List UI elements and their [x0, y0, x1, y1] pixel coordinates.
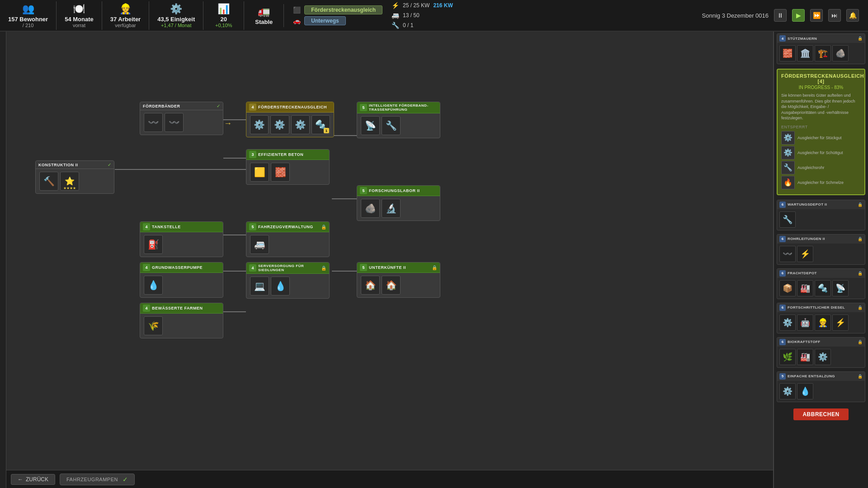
- rp-unlock-4: 🔥 Ausgleicher für Schmelze: [781, 176, 861, 189]
- rp-entsalzung[interactable]: 5 EINFACHE ENTSALZUNG 🔒 ⚙️ 💧: [777, 371, 865, 402]
- rp-item-sm-1: 🧱: [779, 45, 796, 61]
- node-title-serversorgung: SERVERSORGUNG FÜR SIEDLUNGEN: [258, 264, 319, 272]
- item-foerd-1: 〰️: [144, 113, 163, 132]
- rp-active-section-label: ENTSPERRT: [781, 125, 861, 129]
- rp-item-ent-1: ⚙️: [779, 383, 796, 399]
- residents-icon: 👥: [22, 3, 34, 15]
- worker2-row: 🔧 0 / 1: [392, 22, 453, 29]
- node-bewasserte[interactable]: 4 BEWÄSSERTE FARMEN 🌾: [140, 303, 223, 338]
- abort-button[interactable]: ABBRECHEN: [793, 408, 848, 420]
- rp-item-di-4: ⚡: [832, 314, 849, 331]
- back-button[interactable]: ← ZURÜCK: [11, 474, 55, 485]
- node-title-bewasserte: BEWÄSSERTE FARMEN: [152, 306, 220, 310]
- item-fs-2: ⚙️: [270, 115, 289, 134]
- rp-items-rohrleitungen: 〰️ ⚡: [777, 244, 865, 264]
- right-panel: 4 STÜTZMAUERN 🔒 🧱 🏛️ 🏗️ 🪨 FÖRDERSTRECKEN…: [773, 32, 868, 488]
- fast-forward-button[interactable]: ⏩: [810, 9, 823, 22]
- rp-items-wartungsdepot: 🔧: [777, 209, 865, 230]
- node-title-konstruktion2: KONSTRUKTION II: [38, 163, 106, 167]
- unity-value: 43,5 Einigkeit: [157, 16, 195, 23]
- pause-button[interactable]: ⏸: [774, 9, 787, 22]
- rp-item-fd-4: 📡: [832, 280, 849, 296]
- node-body-intelligente: 📡 🔧: [357, 113, 440, 138]
- item-konstruktion-2: ⭐ ★★★★: [60, 172, 79, 191]
- node-body-effizienter: 🟨 🧱: [246, 160, 329, 184]
- node-unterkuenfte[interactable]: 5 UNTERKÜNFTE II 🔒 🏠 🏠: [357, 262, 440, 298]
- sound-button[interactable]: 🔔: [846, 9, 859, 22]
- vehicle-icon2: 🚐: [392, 12, 399, 19]
- node-intelligente[interactable]: 5 INTELLIGENTE FÖRDERBAND-TRASSENFÜHRUNG…: [357, 102, 440, 138]
- node-foerderstrecken[interactable]: 4 FÖRDERSTRECKENAUSGLEICH ⚙️ ⚙️ ⚙️ 🔩 1: [246, 102, 334, 137]
- growth-sub: +0,10%: [215, 23, 232, 28]
- unity-stat: ⚙️ 43,5 Einigkeit +1,47 / Monat: [149, 1, 203, 30]
- tech-tree[interactable]: KONSTRUKTION II ✓ 🔨 ⭐ ★★★★ FÖRDERBÄNDER …: [6, 32, 773, 488]
- rp-header-stuetzmauern: 4 STÜTZMAUERN 🔒: [777, 34, 865, 43]
- level-forschungslabor: 5: [360, 187, 367, 194]
- months-sub: vorrat: [73, 23, 85, 28]
- node-body-unterkuenfte: 🏠 🏠: [357, 273, 440, 297]
- play-button[interactable]: ▶: [792, 9, 805, 22]
- item-uk-2: 🏠: [382, 276, 401, 295]
- rp-header-diesel: 6 FORTSCHRITTLICHER DIESEL 🔒: [777, 303, 865, 312]
- rp-item-wd-1: 🔧: [779, 211, 796, 228]
- node-body-foerderbaender: 〰️ 〰️: [140, 110, 223, 135]
- rp-item-bio-3: ⚙️: [815, 349, 831, 365]
- rp-level-stuetzmauern: 4: [779, 35, 786, 42]
- rp-frachtdepot[interactable]: 6 FRACHTDEPOT 🔒 📦 🏭 🔩 📡: [777, 268, 865, 299]
- node-header-grundwasser: 4 GRUNDWASSERPUMPE: [140, 263, 223, 273]
- level-tankstelle: 4: [143, 223, 150, 230]
- node-tankstelle[interactable]: 4 TANKSTELLE ⛽: [140, 221, 223, 257]
- rp-item-fd-2: 🏭: [797, 280, 813, 296]
- rp-unlock-label-1: Ausgleicher für Stückgut: [797, 136, 842, 140]
- item-eff-1: 🟨: [250, 163, 269, 182]
- node-grundwasser[interactable]: 4 GRUNDWASSERPUMPE 💧: [140, 262, 223, 298]
- node-fahrzeug[interactable]: 5 FAHRZEUGVERWALTUNG 🔒 🚐: [246, 221, 330, 257]
- growth-icon: 📊: [217, 3, 230, 15]
- item-for-1: 🪨: [361, 199, 380, 218]
- node-forschungslabor[interactable]: 5 FORSCHUNGSLABOR II 🪨 🔬: [357, 185, 440, 221]
- rp-stuetzmauern[interactable]: 4 STÜTZMAUERN 🔒 🧱 🏛️ 🏗️ 🪨: [777, 33, 865, 64]
- rp-lock-stuetzmauern: 🔒: [858, 36, 863, 41]
- node-effizienter[interactable]: 3 EFFIZIENTER BETON 🟨 🧱: [246, 149, 330, 185]
- node-body-grundwasser: 💧: [140, 273, 223, 297]
- rp-title-diesel: FORTSCHRITTLICHER DIESEL: [788, 305, 856, 310]
- node-title-foerderstrecken: FÖRDERSTRECKENAUSGLEICH: [258, 105, 331, 109]
- rp-item-sm-3: 🏗️: [815, 45, 831, 61]
- node-foerderbaender[interactable]: FÖRDERBÄNDER ✓ 〰️ 〰️: [140, 102, 223, 135]
- rp-header-wartungsdepot: 6 WARTUNGSDEPOT II 🔒: [777, 200, 865, 209]
- rp-unlock-label-4: Ausgleicher für Schmelze: [797, 180, 844, 185]
- rp-biokraftstoff[interactable]: 6 BIOKRAFTSTOFF 🔒 🌿 🏭 ⚙️: [777, 337, 865, 368]
- rp-diesel[interactable]: 6 FORTSCHRITTLICHER DIESEL 🔒 ⚙️ 🤖 👷 ⚡: [777, 303, 865, 333]
- faster-button[interactable]: ⏭: [828, 9, 841, 22]
- node-body-foerderstrecken: ⚙️ ⚙️ ⚙️ 🔩 1: [246, 113, 334, 137]
- node-header-konstruktion2: KONSTRUKTION II ✓: [36, 161, 114, 169]
- lock-server: 🔒: [321, 266, 326, 271]
- months-value: 54 Monate: [65, 16, 94, 23]
- status-label-2[interactable]: Unterwegs: [304, 16, 345, 25]
- node-konstruktion2[interactable]: KONSTRUKTION II ✓ 🔨 ⭐ ★★★★: [35, 160, 114, 194]
- node-serversorgung[interactable]: 4 SERVERSORGUNG FÜR SIEDLUNGEN 🔒 💻 💧: [246, 262, 330, 299]
- residents-value: 157 Bewohner: [8, 16, 48, 23]
- rp-active-node: FÖRDERSTRECKENAUSGLEICH [4] IN PROGRESS …: [777, 69, 865, 195]
- rp-title-wartungsdepot: WARTUNGSDEPOT II: [788, 202, 856, 206]
- item-uk-1: 🏠: [361, 276, 380, 295]
- rp-wartungsdepot[interactable]: 6 WARTUNGSDEPOT II 🔒 🔧: [777, 200, 865, 230]
- lock-fahrzeug: 🔒: [321, 225, 326, 230]
- status-label-1[interactable]: Förderstreckenausgleich: [304, 5, 382, 14]
- main-area: KONSTRUKTION II ✓ 🔨 ⭐ ★★★★ FÖRDERBÄNDER …: [0, 32, 868, 488]
- rp-lock-frachtdepot: 🔒: [858, 271, 863, 276]
- node-body-bewasserte: 🌾: [140, 314, 223, 338]
- bottom-node-fahrzeugrampen[interactable]: FAHRZEUGRAMPEN ✓: [60, 474, 135, 485]
- rp-rohrleitungen[interactable]: 6 ROHRLEITUNGEN II 🔒 〰️ ⚡: [777, 234, 865, 265]
- back-icon: ←: [18, 476, 23, 483]
- rp-lock-entsalzung: 🔒: [858, 374, 863, 379]
- rp-unlock-sq-2: ⚙️: [781, 146, 795, 160]
- rp-unlock-label-2: Ausgleicher für Schüttgut: [797, 150, 843, 155]
- tree-connector-lines: [6, 32, 773, 488]
- rp-level-entsalzung: 5: [779, 373, 786, 380]
- rp-item-sm-4: 🪨: [832, 45, 849, 61]
- power-icon: ⚡: [392, 2, 399, 9]
- top-right-controls: Sonnig 3 Dezember 0016 ⏸ ▶ ⏩ ⏭ 🔔: [702, 9, 868, 22]
- check-icon-konstruktion2: ✓: [108, 162, 111, 167]
- node-header-foerderbaender: FÖRDERBÄNDER ✓: [140, 102, 223, 110]
